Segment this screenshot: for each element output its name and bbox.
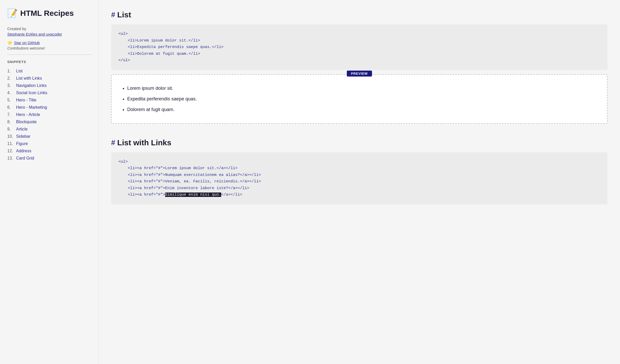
code-block-list: <ul> <li>Lorem ipsum dolor sit.</li> <li… bbox=[111, 24, 608, 70]
code-line: </li> bbox=[212, 45, 224, 49]
item-num: 5. bbox=[7, 98, 15, 102]
list-item: 10. Sidebar bbox=[7, 133, 91, 140]
code-line: <li> bbox=[128, 45, 137, 49]
section-title-list-with-links: List with Links bbox=[117, 138, 171, 147]
section-heading-list-with-links: # List with Links bbox=[111, 138, 608, 147]
preview-label: PREVIEW bbox=[347, 71, 372, 77]
code-text: Lorem ipsum dolor sit. bbox=[165, 166, 217, 170]
hash-icon: # bbox=[111, 11, 115, 19]
code-text: Enim inventore labore iste? bbox=[165, 186, 228, 190]
sidebar-item-hero-title[interactable]: Hero - Title bbox=[16, 98, 36, 102]
section-list-with-links: # List with Links <ul> <li><a href="#">L… bbox=[111, 138, 608, 204]
author-link[interactable]: Stephanie Eckles and uvacoder bbox=[7, 32, 62, 36]
list-item: 13. Card Grid bbox=[7, 155, 91, 162]
code-line: </ul> bbox=[118, 58, 130, 63]
sidebar-item-list-with-links[interactable]: List with Links bbox=[16, 76, 42, 81]
sidebar-item-article[interactable]: Article bbox=[16, 127, 28, 132]
code-line: </a></li> bbox=[228, 186, 249, 190]
code-block-list-with-links: <ul> <li><a href="#">Lorem ipsum dolor s… bbox=[111, 152, 608, 204]
code-line: </a></li> bbox=[240, 173, 261, 177]
code-line: <li><a href="#"> bbox=[128, 193, 165, 197]
list-item: 9. Article bbox=[7, 126, 91, 133]
code-line: <ul> bbox=[118, 160, 128, 164]
item-num: 4. bbox=[7, 91, 15, 95]
code-line: <li><a href="#"> bbox=[128, 166, 165, 170]
item-num: 13. bbox=[7, 156, 15, 161]
github-link-row: ⭐ Star on GitHub bbox=[7, 40, 91, 45]
contributions-text: Contributions welcome! bbox=[7, 46, 91, 50]
list-item: 12. Address bbox=[7, 147, 91, 155]
sidebar-item-navigation-links[interactable]: Navigation Links bbox=[16, 83, 46, 88]
main-content: # List <ul> <li>Lorem ipsum dolor sit.</… bbox=[99, 0, 620, 364]
item-num: 6. bbox=[7, 105, 15, 110]
preview-list: Lorem ipsum dolor sit. Expedita perferen… bbox=[121, 83, 598, 115]
item-num: 7. bbox=[7, 112, 15, 117]
code-line: <li><a href="#"> bbox=[128, 179, 165, 184]
code-line: </a></li> bbox=[221, 193, 242, 197]
snippets-label: SNIPPETS bbox=[7, 60, 91, 64]
list-item: 8. Blockquote bbox=[7, 118, 91, 126]
logo-emoji: 📝 bbox=[7, 8, 18, 18]
code-line: </a></li> bbox=[240, 179, 261, 184]
list-item: 11. Figure bbox=[7, 140, 91, 147]
item-num: 10. bbox=[7, 134, 15, 139]
sidebar-item-list[interactable]: List bbox=[16, 69, 23, 73]
divider bbox=[7, 54, 91, 55]
highlighted-text: Similique enim nisi quo. bbox=[165, 193, 221, 197]
item-num: 2. bbox=[7, 76, 15, 81]
code-line: <li> bbox=[128, 38, 137, 43]
list-item: 4. Social Icon Links bbox=[7, 89, 91, 97]
app-title: HTML Recipes bbox=[20, 9, 74, 18]
code-line: </li> bbox=[188, 38, 200, 43]
code-line: <li><a href="#"> bbox=[128, 173, 165, 177]
item-num: 1. bbox=[7, 69, 15, 73]
item-num: 8. bbox=[7, 120, 15, 124]
created-by-label: Created by bbox=[7, 26, 91, 31]
sidebar-item-address[interactable]: Address bbox=[16, 149, 31, 153]
sidebar-item-card-grid[interactable]: Card Grid bbox=[16, 156, 34, 161]
sidebar-item-hero-marketing[interactable]: Hero - Marketing bbox=[16, 105, 47, 110]
preview-list-item: Dolorem at fugit quam. bbox=[127, 104, 598, 115]
section-heading-list: # List bbox=[111, 10, 608, 19]
preview-list-item: Lorem ipsum dolor sit. bbox=[127, 83, 598, 94]
code-line: <li> bbox=[128, 52, 137, 56]
list-item: 2. List with Links bbox=[7, 75, 91, 82]
code-text: Dolorem at fugit quam. bbox=[137, 52, 188, 56]
hash-icon: # bbox=[111, 139, 115, 147]
sidebar-item-social-icon-links[interactable]: Social Icon Links bbox=[16, 91, 47, 95]
code-text: Veniam, ea. Facilis, reiciendis. bbox=[165, 179, 240, 184]
list-item: 6. Hero - Marketing bbox=[7, 104, 91, 111]
list-item: 7. Hero - Article bbox=[7, 111, 91, 118]
preview-block-list: PREVIEW Lorem ipsum dolor sit. Expedita … bbox=[111, 74, 608, 124]
sidebar-item-hero-article[interactable]: Hero - Article bbox=[16, 112, 40, 117]
code-text: Numquam exercitationem ea alias? bbox=[165, 173, 240, 177]
section-list: # List <ul> <li>Lorem ipsum dolor sit.</… bbox=[111, 10, 608, 124]
sidebar-item-sidebar[interactable]: Sidebar bbox=[16, 134, 30, 139]
code-line: </a></li> bbox=[217, 166, 238, 170]
code-line: <ul> bbox=[118, 32, 128, 36]
section-title-list: List bbox=[117, 10, 131, 19]
sidebar: 📝 HTML Recipes Created by Stephanie Eckl… bbox=[0, 0, 99, 364]
sidebar-item-blockquote[interactable]: Blockquote bbox=[16, 120, 37, 124]
code-line: </li> bbox=[188, 52, 200, 56]
logo-area: 📝 HTML Recipes bbox=[7, 8, 91, 18]
list-item: 3. Navigation Links bbox=[7, 82, 91, 89]
item-num: 3. bbox=[7, 83, 15, 88]
snippet-list: 1. List 2. List with Links 3. Navigation… bbox=[7, 67, 91, 162]
preview-list-item: Expedita perferendis saepe quas. bbox=[127, 94, 598, 104]
item-num: 12. bbox=[7, 149, 15, 153]
list-item: 1. List bbox=[7, 67, 91, 75]
list-item: 5. Hero - Title bbox=[7, 97, 91, 104]
sidebar-item-figure[interactable]: Figure bbox=[16, 141, 28, 146]
code-line: <li><a href="#"> bbox=[128, 186, 165, 190]
item-num: 9. bbox=[7, 127, 15, 132]
github-link[interactable]: Star on GitHub bbox=[14, 40, 40, 45]
star-emoji: ⭐ bbox=[7, 40, 12, 45]
code-text: Lorem ipsum dolor sit. bbox=[137, 38, 188, 43]
item-num: 11. bbox=[7, 141, 15, 146]
code-text: Similique enim nisi quo. bbox=[165, 193, 221, 197]
code-text: Expedita perferendis saepe quas. bbox=[137, 45, 212, 49]
